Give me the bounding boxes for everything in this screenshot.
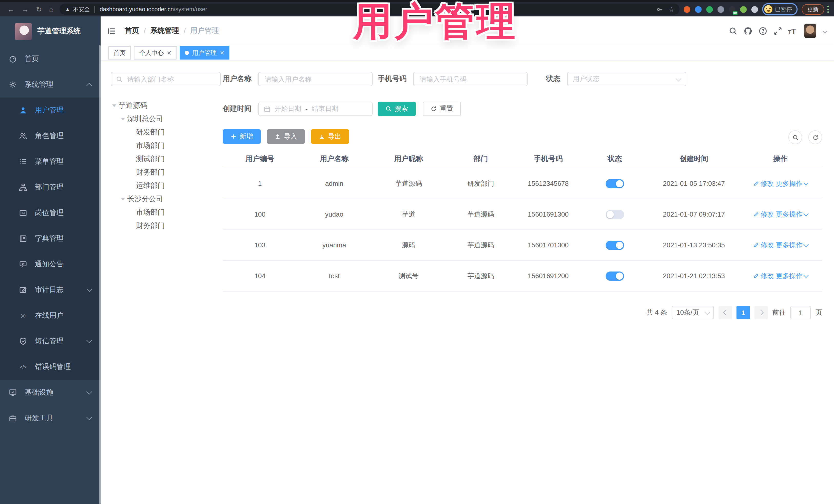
- bookmark-star-icon[interactable]: ☆: [668, 5, 674, 13]
- username-field[interactable]: [258, 72, 373, 86]
- tree-node-深圳总公司[interactable]: 深圳总公司: [111, 112, 221, 126]
- tree-node-芋道源码[interactable]: 芋道源码: [111, 99, 221, 112]
- help-icon[interactable]: [758, 26, 767, 35]
- sidebar-item-用户管理[interactable]: 用户管理: [0, 97, 101, 123]
- expand-arrow-icon[interactable]: [112, 105, 116, 107]
- import-button[interactable]: 导入: [267, 129, 305, 144]
- more-actions-link[interactable]: 更多操作: [776, 210, 808, 219]
- tree-node-财务部门[interactable]: 财务部门: [111, 219, 221, 233]
- current-page-button[interactable]: 1: [737, 306, 750, 319]
- key-icon[interactable]: [657, 6, 663, 13]
- username-input[interactable]: [264, 75, 367, 83]
- page-size-select[interactable]: 10条/页: [672, 306, 714, 319]
- more-actions-link[interactable]: 更多操作: [776, 240, 808, 250]
- sidebar-item-字典管理[interactable]: 字典管理: [0, 226, 101, 251]
- tree-node-长沙分公司[interactable]: 长沙分公司: [111, 193, 221, 206]
- status-select[interactable]: 用户状态: [567, 72, 686, 86]
- sidebar-item-系统管理[interactable]: 系统管理: [0, 72, 101, 97]
- status-toggle[interactable]: [606, 179, 624, 188]
- logo-row[interactable]: 芋道管理系统: [0, 17, 101, 46]
- fullscreen-icon[interactable]: [773, 26, 782, 35]
- tree-node-测试部门[interactable]: 测试部门: [111, 152, 221, 166]
- edit-link[interactable]: 修改: [753, 179, 774, 188]
- collapse-sidebar-icon[interactable]: [107, 26, 116, 35]
- refresh-table-button[interactable]: [808, 130, 822, 144]
- chrome-menu-icon[interactable]: [827, 6, 829, 13]
- tab-用户管理[interactable]: 用户管理✕: [180, 46, 229, 60]
- sidebar-item-通知公告[interactable]: 通知公告: [0, 251, 101, 277]
- forward-icon[interactable]: →: [22, 5, 29, 13]
- edit-link[interactable]: 修改: [753, 210, 774, 219]
- sidebar-item-错误码管理[interactable]: </>错误码管理: [0, 354, 101, 380]
- tree-node-市场部门[interactable]: 市场部门: [111, 139, 221, 152]
- browser-profile-pill[interactable]: 已暂停: [762, 3, 797, 15]
- edit-link[interactable]: 修改: [753, 240, 774, 250]
- column-header-状态: 状态: [581, 154, 649, 164]
- sidebar-item-岗位管理[interactable]: 岗位管理: [0, 200, 101, 226]
- table-cell: 2021-01-07 09:07:17: [649, 211, 739, 218]
- pin-extension-icon[interactable]: [695, 6, 702, 13]
- more-actions-link[interactable]: 更多操作: [776, 179, 808, 188]
- sidebar-item-在线用户[interactable]: (a)在线用户: [0, 303, 101, 328]
- sidebar-item-研发工具[interactable]: 研发工具: [0, 406, 101, 431]
- badge-icon: [19, 209, 27, 217]
- status-toggle[interactable]: [606, 240, 624, 250]
- export-button[interactable]: 导出: [311, 129, 349, 144]
- dept-search-box[interactable]: [111, 72, 221, 86]
- sidebar-item-角色管理[interactable]: 角色管理: [0, 123, 101, 149]
- date-range-field[interactable]: 开始日期 - 结束日期: [258, 102, 373, 116]
- github-icon[interactable]: [743, 26, 752, 35]
- status-toggle[interactable]: [606, 271, 624, 281]
- page-label: 页: [815, 308, 822, 317]
- status-toggle[interactable]: [606, 210, 624, 219]
- dept-search-input[interactable]: [126, 75, 216, 83]
- address-bar[interactable]: ▲ 不安全 dashboard.yudao.iocoder.cn /system…: [60, 4, 680, 15]
- close-icon[interactable]: ✕: [220, 49, 224, 56]
- font-size-icon[interactable]: TT: [788, 26, 796, 35]
- chrome-update-button[interactable]: 更新: [802, 4, 824, 15]
- edit-link[interactable]: 修改: [753, 271, 774, 281]
- search-button[interactable]: 搜索: [378, 102, 416, 116]
- plus-icon: [231, 133, 237, 139]
- breadcrumb-item[interactable]: 首页: [125, 26, 139, 36]
- mobile-field[interactable]: [413, 72, 528, 86]
- person-extension-icon[interactable]: [740, 6, 747, 13]
- expand-arrow-icon[interactable]: [121, 118, 125, 120]
- avatar-caret-icon[interactable]: [822, 28, 828, 34]
- goto-page-input[interactable]: [790, 306, 811, 319]
- prev-page-button[interactable]: [719, 306, 732, 319]
- reload-icon[interactable]: ↻: [36, 5, 42, 13]
- breadcrumb: 首页/系统管理/用户管理: [125, 26, 219, 36]
- search-icon[interactable]: [728, 26, 737, 35]
- back-icon[interactable]: ←: [7, 5, 14, 13]
- close-icon[interactable]: ✕: [167, 49, 171, 56]
- tree-node-财务部门[interactable]: 财务部门: [111, 166, 221, 179]
- tree-node-研发部门[interactable]: 研发部门: [111, 126, 221, 139]
- tree-node-市场部门[interactable]: 市场部门: [111, 206, 221, 219]
- y-extension-icon[interactable]: [706, 6, 713, 13]
- user-avatar[interactable]: [804, 24, 816, 38]
- sidebar-item-部门管理[interactable]: 部门管理: [0, 175, 101, 200]
- puzzle-extension-icon[interactable]: [751, 6, 758, 13]
- tab-首页[interactable]: 首页: [108, 46, 131, 60]
- sidebar-item-审计日志[interactable]: 审计日志: [0, 277, 101, 303]
- reset-button[interactable]: 重置: [423, 102, 461, 116]
- switch-on-extension-icon[interactable]: on: [729, 6, 736, 13]
- add-button[interactable]: 新增: [223, 129, 261, 144]
- sidebar-item-菜单管理[interactable]: 菜单管理: [0, 149, 101, 175]
- sidebar-item-基础设施[interactable]: 基础设施: [0, 380, 101, 406]
- sidebar-item-短信管理[interactable]: 短信管理: [0, 328, 101, 354]
- ubuntu-extension-icon[interactable]: [684, 6, 690, 13]
- breadcrumb-item[interactable]: 系统管理: [150, 26, 179, 36]
- grid-extension-icon[interactable]: [718, 6, 724, 13]
- tab-个人中心[interactable]: 个人中心✕: [134, 46, 177, 60]
- next-page-button[interactable]: [754, 306, 768, 319]
- sidebar-item-首页[interactable]: 首页: [0, 46, 101, 72]
- tree-node-运维部门[interactable]: 运维部门: [111, 179, 221, 193]
- expand-arrow-icon[interactable]: [121, 198, 125, 200]
- more-actions-link[interactable]: 更多操作: [776, 271, 808, 281]
- dept-tree: 芋道源码深圳总公司研发部门市场部门测试部门财务部门运维部门长沙分公司市场部门财务…: [111, 99, 221, 233]
- toggle-search-button[interactable]: [788, 130, 802, 144]
- home-icon[interactable]: ⌂: [49, 5, 53, 13]
- mobile-input[interactable]: [419, 75, 522, 83]
